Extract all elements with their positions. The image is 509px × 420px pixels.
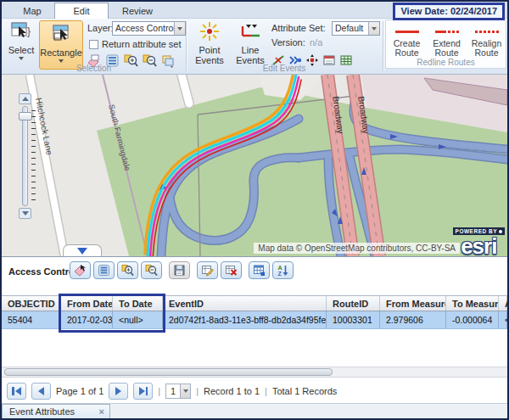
event-attributes-panel: Access Control	[2, 256, 507, 418]
page-number-value: 1	[166, 384, 180, 398]
layer-dropdown[interactable]: Access Control	[112, 21, 186, 36]
previous-page-button[interactable]	[31, 383, 51, 400]
chevron-down-icon	[59, 59, 64, 63]
pagination-bar: Page 1 of 1 | 1 | Record 1 to 1 | Total …	[7, 381, 337, 401]
line-events-icon	[239, 20, 261, 42]
pan-to-selection-icon	[145, 264, 158, 277]
panel-toolbar: A Z	[70, 261, 294, 279]
cell-from-measure[interactable]: 2.979606	[380, 311, 446, 328]
rectangle-tool-icon	[50, 23, 72, 45]
table-row[interactable]: 55404 2017-02-03 <null> 2d0742f1-8ad3-11…	[2, 311, 507, 329]
cell-from-date[interactable]: 2017-02-03	[61, 311, 113, 328]
line-events-button[interactable]: Line Events	[231, 20, 270, 65]
show-selection-button[interactable]	[93, 261, 115, 279]
first-page-button[interactable]	[7, 383, 26, 400]
ribbon: } Select Rectangle Layer: Access Control…	[2, 19, 507, 75]
svg-text:}: }	[27, 25, 31, 37]
column-header-eventid[interactable]: EventID	[163, 296, 327, 311]
rectangle-tool-label: Rectangle	[40, 48, 82, 58]
attribute-set-dropdown[interactable]: Default	[332, 21, 380, 36]
edit-attributes-button[interactable]	[197, 261, 218, 279]
delete-record-icon	[225, 264, 238, 277]
realign-route-icon	[467, 25, 506, 37]
horizontal-scrollbar[interactable]	[2, 367, 507, 378]
edit-events-group-label: Edit Events	[186, 64, 383, 73]
return-attribute-set-checkbox[interactable]	[89, 40, 98, 49]
cell-access[interactable]: <n	[499, 311, 507, 328]
close-icon[interactable]: ×	[99, 405, 104, 419]
column-header-from-date[interactable]: From Date	[61, 296, 113, 311]
chevron-down-icon[interactable]	[368, 22, 379, 35]
column-header-objectid[interactable]: OBJECTID	[2, 296, 61, 311]
select-tool-icon: }	[10, 20, 32, 42]
delete-record-button[interactable]	[221, 261, 242, 279]
column-header-to-date[interactable]: To Date	[113, 296, 163, 311]
show-selection-icon	[98, 264, 110, 277]
column-header-access[interactable]: Ac	[499, 296, 507, 311]
attribute-set-value: Default	[333, 22, 368, 35]
tab-review[interactable]: Review	[114, 4, 161, 19]
tab-event-attributes[interactable]: Event Attributes ×	[2, 404, 110, 420]
realign-route-label: Realign Route	[467, 39, 506, 58]
realign-route-button[interactable]: Realign Route	[467, 22, 506, 59]
line-events-label: Line Events	[231, 45, 270, 65]
chevron-down-icon	[77, 248, 87, 255]
version-label: Version:	[271, 37, 305, 48]
page-number-dropdown[interactable]: 1	[165, 384, 191, 399]
select-tool-button[interactable]: } Select	[5, 20, 37, 60]
tab-edit[interactable]: Edit	[54, 3, 109, 20]
tab-event-attributes-label: Event Attributes	[9, 406, 75, 417]
rectangle-tool-button[interactable]: Rectangle	[39, 20, 83, 70]
sort-button[interactable]: A Z	[272, 261, 294, 279]
redline-routes-group-label: Redline Routes	[386, 58, 506, 67]
zoom-to-selection-button[interactable]	[117, 261, 138, 279]
column-header-routeid[interactable]: RouteID	[327, 296, 380, 311]
zoom-in-button[interactable]	[19, 93, 31, 104]
view-date-badge: View Date: 02/24/2017	[393, 3, 505, 20]
cell-objectid[interactable]: 55404	[2, 311, 61, 328]
point-events-button[interactable]: Point Events	[190, 20, 229, 65]
point-events-icon	[199, 20, 221, 42]
create-route-label: Create Route	[388, 39, 426, 58]
extend-route-button[interactable]: Extend Route	[428, 22, 466, 59]
tab-map[interactable]: Map	[14, 4, 51, 19]
last-page-button[interactable]	[133, 383, 153, 400]
column-header-to-measure[interactable]: To Measure	[446, 296, 499, 311]
map-canvas[interactable]: Hitchcock Lane South Farmingdale Broadwa…	[2, 75, 507, 256]
zoom-slider-track[interactable]	[22, 106, 28, 206]
separator: |	[265, 386, 267, 396]
version-value: n/a	[310, 37, 322, 48]
layer-label: Layer:	[87, 23, 114, 33]
select-features-button[interactable]	[70, 261, 91, 279]
cell-to-date[interactable]: <null>	[113, 311, 163, 328]
separator: |	[196, 386, 199, 396]
cell-eventid[interactable]: 2d0742f1-8ad3-11e3-bff8-db2da34f95fe	[163, 311, 327, 328]
total-records-label: Total 1 Records	[272, 386, 337, 396]
save-button[interactable]	[169, 261, 190, 279]
map-view[interactable]: Hitchcock Lane South Farmingdale Broadwa…	[2, 75, 507, 256]
extend-route-icon	[428, 25, 466, 37]
map-zoom-slider	[17, 93, 51, 221]
column-header-from-measure[interactable]: From Measure	[380, 296, 446, 311]
chevron-down-icon[interactable]	[180, 384, 190, 398]
scrollbar-thumb[interactable]	[4, 368, 333, 376]
attribute-grid: OBJECTID From Date To Date EventID Route…	[2, 295, 507, 329]
chevron-down-icon	[19, 57, 24, 60]
pan-to-selection-button[interactable]	[141, 261, 162, 279]
selection-group-label: Selection	[2, 64, 186, 73]
zoom-slider-ticks	[31, 110, 36, 204]
cell-routeid[interactable]: 10003301	[327, 311, 380, 328]
next-page-button[interactable]	[109, 383, 128, 400]
zoom-slider-handle[interactable]	[19, 112, 32, 120]
select-features-icon	[74, 264, 87, 277]
zoom-out-button[interactable]	[19, 208, 31, 219]
attribute-table-button[interactable]	[249, 261, 270, 279]
select-tool-label: Select	[5, 45, 37, 55]
cell-to-measure[interactable]: -0.000064	[446, 311, 499, 328]
panel-collapse-tab[interactable]	[63, 244, 102, 256]
chevron-down-icon[interactable]	[174, 22, 185, 35]
app-window: Map Edit Review View Date: 02/24/2017 } …	[0, 0, 509, 420]
map-attribution: Map data © OpenStreetMap contributors, C…	[254, 243, 460, 254]
create-route-button[interactable]: Create Route	[388, 22, 426, 59]
layer-dropdown-value: Access Control	[113, 22, 174, 35]
